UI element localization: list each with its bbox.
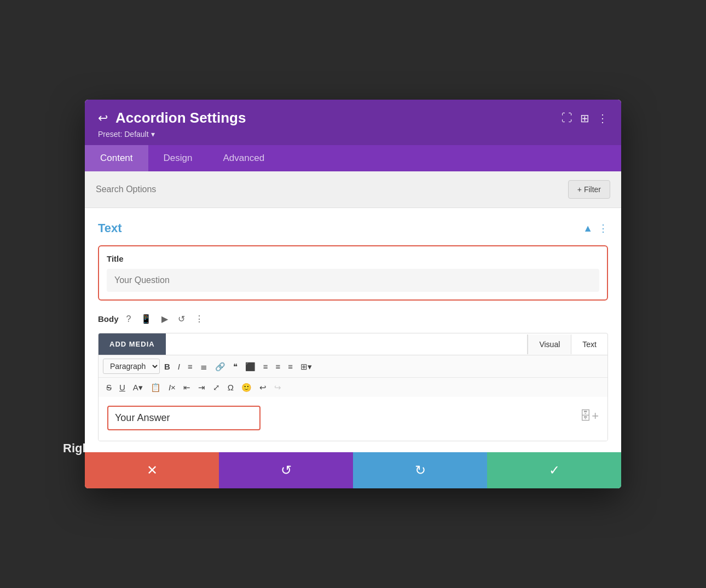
settings-tabs: Content Design Advanced: [85, 145, 621, 171]
tab-design[interactable]: Design: [148, 145, 208, 171]
link-button[interactable]: 🔗: [212, 360, 229, 373]
align-justify-button[interactable]: ≡: [285, 360, 296, 373]
answer-input[interactable]: [107, 406, 261, 430]
text-color-button[interactable]: A▾: [130, 381, 146, 394]
section-more-icon[interactable]: ⋮: [598, 222, 608, 234]
paste-button[interactable]: 📋: [147, 381, 164, 394]
clear-format-button[interactable]: I×: [165, 381, 179, 394]
bold-button[interactable]: B: [161, 360, 173, 373]
blockquote-button[interactable]: ❝: [230, 360, 241, 373]
align-right-button[interactable]: ≡: [273, 360, 284, 373]
redo-icon: ↻: [415, 463, 426, 478]
database-add-icon[interactable]: 🗄+: [580, 409, 599, 423]
tab-content[interactable]: Content: [85, 145, 148, 171]
align-left-button[interactable]: ⬛: [242, 360, 259, 373]
header-left: ↩ Accordion Settings: [98, 109, 246, 126]
strikethrough-button[interactable]: S: [103, 381, 115, 394]
section-title: Text: [98, 221, 122, 235]
title-field-group: Title: [98, 245, 608, 301]
body-undo-icon[interactable]: ↺: [176, 312, 187, 326]
save-icon: ✓: [549, 463, 560, 478]
answer-area: 🗄+: [99, 397, 607, 441]
bg-hint-text: Rights R: [63, 441, 112, 456]
align-center-button[interactable]: ≡: [260, 360, 271, 373]
undo-icon: ↺: [281, 463, 292, 478]
fullscreen-icon[interactable]: ⛶: [562, 112, 572, 124]
modal-title: Accordion Settings: [115, 109, 246, 126]
italic-button[interactable]: I: [175, 360, 183, 373]
undo-button[interactable]: ↺: [219, 452, 353, 488]
body-cursor-icon[interactable]: ▶: [159, 312, 170, 326]
header-top: ↩ Accordion Settings ⛶ ⊞ ⋮: [98, 109, 608, 126]
body-device-icon[interactable]: 📱: [138, 312, 154, 326]
add-media-button[interactable]: ADD MEDIA: [99, 333, 166, 355]
tab-visual[interactable]: Visual: [528, 335, 571, 354]
body-more-icon[interactable]: ⋮: [193, 312, 206, 326]
accordion-settings-modal: ↩ Accordion Settings ⛶ ⊞ ⋮ Preset: Defau…: [85, 100, 621, 488]
content-area: Text ▲ ⋮ Title Body ? 📱 ▶ ↺ ⋮: [85, 208, 621, 452]
unordered-list-button[interactable]: ≡: [184, 360, 196, 373]
section-controls: ▲ ⋮: [583, 222, 608, 234]
special-char-button[interactable]: Ω: [224, 381, 237, 394]
filter-button[interactable]: + Filter: [568, 180, 610, 199]
save-button[interactable]: ✓: [487, 452, 621, 488]
cancel-icon: ✕: [147, 463, 158, 478]
layout-icon[interactable]: ⊞: [580, 112, 589, 125]
modal-header: ↩ Accordion Settings ⛶ ⊞ ⋮ Preset: Defau…: [85, 100, 621, 145]
ordered-list-button[interactable]: ≣: [197, 360, 211, 373]
outdent-button[interactable]: ⇤: [180, 381, 194, 394]
header-icons: ⛶ ⊞ ⋮: [562, 112, 608, 125]
body-label: Body: [98, 314, 119, 324]
redo-button[interactable]: ↻: [353, 452, 487, 488]
body-editor: ADD MEDIA Visual Text Paragraph B I ≡ ≣ …: [98, 333, 608, 441]
redo-editor-button[interactable]: ↪: [271, 381, 285, 394]
body-controls: Body ? 📱 ▶ ↺ ⋮: [98, 312, 608, 326]
preset-label: Preset: Default: [98, 130, 149, 139]
editor-top-bar: ADD MEDIA Visual Text: [99, 333, 607, 355]
fullscreen-editor-button[interactable]: ⤢: [210, 381, 223, 394]
toolbar-row-2: S U A▾ 📋 I× ⇤ ⇥ ⤢ Ω 🙂 ↩ ↪: [99, 378, 607, 397]
collapse-section-icon[interactable]: ▲: [583, 223, 593, 234]
bottom-bar: ✕ ↺ ↻ ✓: [85, 452, 621, 488]
visual-text-tabs: Visual Text: [527, 335, 607, 354]
title-input[interactable]: [107, 269, 599, 292]
search-bar: + Filter: [85, 171, 621, 208]
table-button[interactable]: ⊞▾: [297, 360, 315, 373]
toolbar-row-1: Paragraph B I ≡ ≣ 🔗 ❝ ⬛ ≡ ≡ ≡ ⊞▾: [99, 355, 607, 378]
more-options-icon[interactable]: ⋮: [597, 112, 608, 125]
preset-selector[interactable]: Preset: Default ▾: [98, 130, 608, 145]
tab-text[interactable]: Text: [571, 335, 607, 354]
preset-chevron-icon: ▾: [151, 130, 155, 139]
back-button[interactable]: ↩: [98, 111, 108, 125]
tab-advanced[interactable]: Advanced: [207, 145, 280, 171]
underline-button[interactable]: U: [116, 381, 129, 394]
emoji-button[interactable]: 🙂: [238, 381, 255, 394]
text-section-header: Text ▲ ⋮: [98, 221, 608, 235]
body-help-icon[interactable]: ?: [124, 312, 134, 326]
title-field-label: Title: [107, 254, 599, 263]
cancel-button[interactable]: ✕: [85, 452, 219, 488]
paragraph-select[interactable]: Paragraph: [103, 359, 160, 374]
modal-wrapper: Rights R ↩ Accordion Settings ⛶ ⊞ ⋮ Pres…: [85, 100, 621, 488]
undo-editor-button[interactable]: ↩: [256, 381, 270, 394]
indent-button[interactable]: ⇥: [195, 381, 209, 394]
search-input[interactable]: [96, 185, 568, 194]
